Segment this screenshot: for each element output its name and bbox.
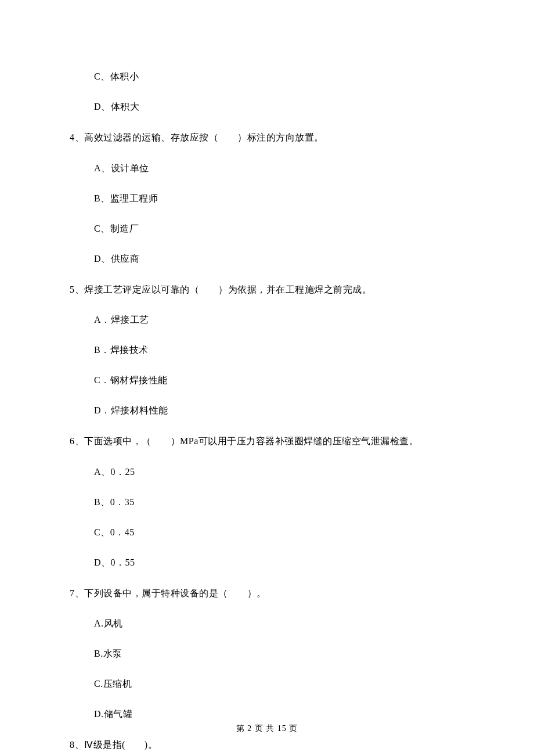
q7-option-b: B.水泵 <box>94 647 464 661</box>
q3-option-c: C、体积小 <box>94 70 464 84</box>
q6-option-a: A、0．25 <box>94 465 464 479</box>
q4-option-b: B、监理工程师 <box>94 192 464 206</box>
q8-stem: 8、Ⅳ级是指( )。 <box>70 737 464 753</box>
q4-option-a: A、设计单位 <box>94 161 464 175</box>
q3-option-d: D、体积大 <box>94 100 464 114</box>
q7-option-c: C.压缩机 <box>94 677 464 691</box>
q4-option-c: C、制造厂 <box>94 222 464 236</box>
q6-stem: 6、下面选项中，（ ）MPa可以用于压力容器补强圈焊缝的压缩空气泄漏检查。 <box>70 434 464 449</box>
q6-option-d: D、0．55 <box>94 556 464 570</box>
page-footer: 第 2 页 共 15 页 <box>0 723 534 734</box>
page-content: C、体积小 D、体积大 4、高效过滤器的运输、存放应按（ ）标注的方向放置。 A… <box>0 0 534 756</box>
q5-option-b: B．焊接技术 <box>94 343 464 357</box>
q5-option-d: D．焊接材料性能 <box>94 404 464 417</box>
q5-option-a: A．焊接工艺 <box>94 313 464 327</box>
q7-option-d: D.储气罐 <box>94 707 464 721</box>
q7-stem: 7、下列设备中，属于特种设备的是（ ）。 <box>70 586 464 601</box>
q6-option-c: C、0．45 <box>94 525 464 539</box>
q7-option-a: A.风机 <box>94 617 464 631</box>
q5-option-c: C．钢材焊接性能 <box>94 373 464 387</box>
q5-stem: 5、焊接工艺评定应以可靠的（ ）为依据，并在工程施焊之前完成。 <box>70 282 464 297</box>
q4-stem: 4、高效过滤器的运输、存放应按（ ）标注的方向放置。 <box>70 130 464 145</box>
q4-option-d: D、供应商 <box>94 252 464 266</box>
q6-option-b: B、0．35 <box>94 495 464 509</box>
